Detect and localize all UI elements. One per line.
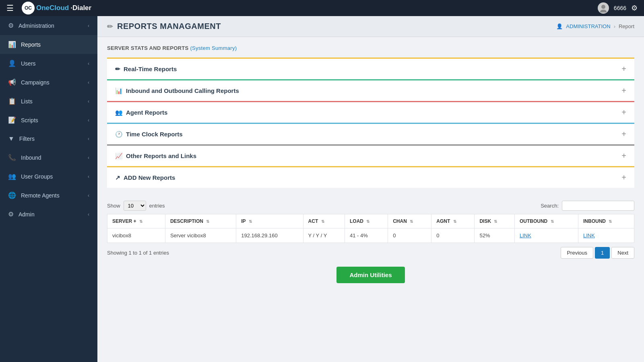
next-button[interactable]: Next (611, 247, 634, 259)
sidebar-item-admin[interactable]: ⚙ Admin ‹ (0, 205, 97, 224)
other-reports-label: Other Reports and Links (126, 152, 196, 159)
svg-point-0 (601, 5, 605, 9)
topnav-left: ☰ OC OneCloud ·Dialer (6, 2, 91, 14)
prev-button[interactable]: Previous (561, 247, 593, 259)
data-table-wrap: SERVER + ⇅ DESCRIPTION ⇅ IP ⇅ ACT ⇅ LOAD… (97, 214, 644, 243)
hamburger-icon[interactable]: ☰ (6, 3, 14, 13)
realtime-label: Real-Time Reports (124, 66, 177, 72)
col-act[interactable]: ACT ⇅ (303, 214, 345, 228)
sidebar-label-admin: Admin (19, 211, 35, 218)
accordion-plus-timeclock: + (621, 130, 626, 139)
breadcrumb-separator: › (614, 23, 615, 29)
breadcrumb: 👤 ADMINISTRATION › Report (556, 23, 634, 29)
col-load[interactable]: LOAD ⇅ (345, 214, 388, 228)
accordion-header-inbound-outbound[interactable]: 📊 Inbound and Outbound Calling Reports + (107, 79, 634, 101)
sidebar-item-lists[interactable]: 📋 Lists ‹ (0, 92, 97, 111)
cell-inbound[interactable]: LINK (578, 228, 634, 243)
col-ip[interactable]: IP ⇅ (236, 214, 303, 228)
admin-util-wrap: Admin Utilities (97, 259, 644, 287)
accordion-header-addnew[interactable]: ↗ ADD New Reports + (107, 166, 634, 188)
logo: OC OneCloud ·Dialer (22, 2, 91, 14)
col-disk[interactable]: DISK ⇅ (475, 214, 514, 228)
chevron-icon: ‹ (88, 23, 89, 29)
sidebar-item-inbound[interactable]: 📞 Inbound ‹ (0, 148, 97, 167)
cell-load: 41 - 4% (345, 228, 388, 243)
table-row: vicibox8 Server vicibox8 192.168.29.160 … (107, 228, 634, 243)
brand-dialer: ·Dialer (70, 4, 91, 12)
sidebar-item-campaigns[interactable]: 📢 Campaigns ‹ (0, 73, 97, 92)
sidebar-label-inbound: Inbound (21, 154, 41, 161)
top-navigation: ☰ OC OneCloud ·Dialer 6666 ⚙ (0, 0, 644, 16)
remote-agents-icon: 🌐 (8, 191, 16, 199)
chevron-icon: ‹ (88, 155, 89, 160)
chevron-icon: ‹ (88, 193, 89, 198)
addnew-label: ADD New Reports (124, 174, 175, 181)
col-chan[interactable]: CHAN ⇅ (388, 214, 431, 228)
admin-icon: ⚙ (8, 22, 14, 29)
chevron-icon: ‹ (88, 80, 89, 85)
sidebar-item-remote-agents[interactable]: 🌐 Remote Agents ‹ (0, 186, 97, 205)
other-reports-icon: 📈 (115, 152, 123, 160)
show-label: Show (107, 203, 120, 209)
page-header: ✏ REPORTS MANAGAMENT 👤 ADMINISTRATION › … (97, 16, 644, 37)
sidebar-item-users[interactable]: 👤 Users ‹ (0, 54, 97, 73)
sidebar-label-campaigns: Campaigns (21, 79, 50, 86)
sidebar-label-filters: Filters (19, 136, 35, 142)
cell-description: Server vicibox8 (165, 228, 236, 243)
col-server[interactable]: SERVER + ⇅ (107, 214, 165, 228)
lists-icon: 📋 (8, 97, 16, 105)
accordion-agent: 👥 Agent Reports + (107, 101, 634, 123)
chevron-icon: ‹ (88, 136, 89, 142)
col-agnt[interactable]: AGNT ⇅ (431, 214, 475, 228)
pagination: Previous 1 Next (561, 247, 634, 259)
sidebar-item-administration[interactable]: ⚙ Administration ‹ (0, 16, 97, 35)
section-body: SERVER STATS AND REPORTS (System Summary… (97, 37, 644, 196)
accordion-inbound-outbound: 📊 Inbound and Outbound Calling Reports + (107, 79, 634, 101)
chevron-icon: ‹ (88, 212, 89, 217)
sidebar-item-filters[interactable]: ▼ Filters ‹ (0, 130, 97, 148)
sidebar-label-scripts: Scripts (21, 117, 38, 123)
col-inbound[interactable]: INBOUND ⇅ (578, 214, 634, 228)
server-stats-table: SERVER + ⇅ DESCRIPTION ⇅ IP ⇅ ACT ⇅ LOAD… (107, 214, 634, 243)
filters-icon: ▼ (8, 135, 14, 142)
sidebar-item-scripts[interactable]: 📝 Scripts ‹ (0, 111, 97, 130)
chevron-icon: ‹ (88, 117, 89, 123)
cell-server: vicibox8 (107, 228, 165, 243)
table-footer: Showing 1 to 1 of 1 entries Previous 1 N… (97, 243, 644, 259)
col-outbound[interactable]: OUTBOUND ⇅ (514, 214, 578, 228)
accordion-header-realtime[interactable]: ✏ Real-Time Reports + (107, 58, 634, 79)
breadcrumb-admin[interactable]: ADMINISTRATION (566, 23, 610, 29)
timeclock-icon: 🕐 (115, 131, 123, 138)
agent-reports-icon: 👥 (115, 109, 123, 116)
entries-select[interactable]: 10 25 50 100 (124, 201, 146, 211)
system-summary-link[interactable]: (System Summary) (190, 45, 237, 51)
addnew-icon: ↗ (115, 174, 120, 181)
cell-disk: 52% (475, 228, 514, 243)
chevron-icon: ‹ (88, 99, 89, 104)
avatar (598, 2, 609, 14)
show-entries: Show 10 25 50 100 entries (107, 201, 165, 211)
server-stats-header: SERVER STATS AND REPORTS (System Summary… (107, 45, 634, 51)
cell-ip: 192.168.29.160 (236, 228, 303, 243)
cell-outbound[interactable]: LINK (514, 228, 578, 243)
admin-gear-icon: ⚙ (8, 210, 14, 218)
accordion-header-timeclock[interactable]: 🕐 Time Clock Reports + (107, 123, 634, 144)
accordion-plus-inbound: + (621, 86, 626, 95)
accordion-plus-other: + (621, 151, 626, 160)
accordion-header-agent[interactable]: 👥 Agent Reports + (107, 101, 634, 123)
accordion-other: 📈 Other Reports and Links + (107, 144, 634, 166)
sidebar-item-user-groups[interactable]: 👥 User Groups ‹ (0, 167, 97, 186)
page-title-icon: ✏ (107, 22, 113, 31)
sidebar-item-reports[interactable]: 📊 Reports (0, 35, 97, 54)
sidebar-label-user-groups: User Groups (21, 173, 53, 180)
topnav-right: 6666 ⚙ (598, 2, 638, 14)
accordion-header-other[interactable]: 📈 Other Reports and Links + (107, 144, 634, 166)
page-1-button[interactable]: 1 (595, 247, 610, 259)
inbound-outbound-label: Inbound and Outbound Calling Reports (126, 87, 239, 94)
admin-utilities-button[interactable]: Admin Utilities (336, 267, 405, 283)
search-input[interactable] (562, 201, 634, 211)
col-description[interactable]: DESCRIPTION ⇅ (165, 214, 236, 228)
showing-text: Showing 1 to 1 of 1 entries (107, 250, 169, 256)
settings-icon[interactable]: ⚙ (631, 4, 638, 12)
sidebar: ⚙ Administration ‹ 📊 Reports 👤 Users ‹ 📢… (0, 16, 97, 362)
